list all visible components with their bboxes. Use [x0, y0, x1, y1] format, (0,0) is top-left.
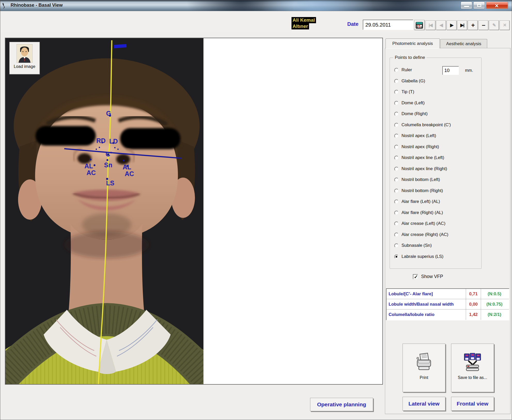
radio-icon	[394, 200, 399, 204]
lateral-view-label: Lateral view	[408, 401, 439, 407]
radio-icon	[394, 178, 399, 182]
nav-first-icon: |◀	[429, 22, 432, 28]
tab-photometric-analysis[interactable]: Photometric analysis	[385, 38, 440, 48]
radio-dome-left[interactable]: Dome (Left)	[394, 100, 425, 106]
radio-alar-crease-left[interactable]: Alar crease (Left) (AC)	[394, 220, 445, 227]
landmark-label-ld: LD	[109, 138, 118, 145]
landmark-label-al-left: AL	[84, 162, 93, 170]
table-row: Columella/lobule ratio 1,42 (N:2/1)	[387, 310, 509, 320]
radio-columella-breakpoint[interactable]: Columella breakpoint (C')	[394, 122, 451, 128]
radio-glabella[interactable]: Glabella (G)	[394, 78, 425, 84]
landmark-label-ls: LS	[106, 179, 114, 187]
nav-delete-button[interactable]: −	[478, 20, 488, 30]
nav-edit-icon: ✎	[492, 22, 495, 28]
frontal-view-label: Frontal view	[457, 401, 489, 407]
close-button[interactable]: ✕	[486, 2, 508, 9]
load-image-label: Load image	[14, 64, 35, 69]
nav-next-icon: ▶	[450, 22, 453, 28]
landmark-label-ac-right: AC	[125, 170, 134, 177]
print-button[interactable]: Print	[403, 344, 445, 392]
rhinobase-window: Rhinobase - Basal View ✕ Ali Kemal Altın…	[0, 0, 512, 420]
basal-photo-illustration: G RD LD C' AL AC Sn AL AC LS	[5, 38, 203, 384]
radio-subnasale[interactable]: Subnasale (Sn)	[394, 242, 432, 249]
lateral-view-button[interactable]: Lateral view	[403, 397, 445, 411]
nav-insert-button[interactable]: +	[468, 20, 478, 30]
maximize-button[interactable]	[473, 2, 485, 9]
nav-cancel-button[interactable]: ✕	[500, 20, 509, 30]
result-value: 0,71	[466, 289, 481, 299]
nav-prior-button[interactable]: ◀	[436, 20, 446, 30]
minimize-button[interactable]	[461, 2, 472, 9]
radio-icon	[394, 112, 399, 116]
nav-first-button[interactable]: |◀	[426, 20, 435, 30]
result-norm: (N:0.5)	[481, 289, 508, 299]
show-vfp-toggle[interactable]: Show VFP	[413, 274, 443, 279]
radio-labrale-superius[interactable]: Labrale superius (LS)	[394, 253, 444, 260]
basal-photo-canvas[interactable]: G RD LD C' AL AC Sn AL AC LS	[5, 38, 203, 384]
landmark-label-ac-left: AC	[86, 169, 96, 176]
result-norm: (N:0.75)	[481, 299, 508, 309]
maximize-icon	[477, 4, 481, 7]
radio-nostril-bottom-left[interactable]: Nostril bottom (Left)	[394, 177, 440, 183]
radio-icon	[394, 68, 399, 72]
tab-photometric-label: Photometric analysis	[392, 41, 433, 46]
nav-prior-icon: ◀	[439, 22, 442, 28]
patient-name: Ali Kemal Altıner	[292, 17, 316, 29]
radio-nostril-apex-right[interactable]: Nostril apex (Right)	[394, 144, 439, 150]
result-value: 1,42	[466, 310, 481, 320]
ruler-unit-label: mm.	[465, 68, 473, 73]
radio-alar-crease-right[interactable]: Alar crease (Right) (AC)	[394, 232, 448, 238]
landmark-label-g: G	[106, 110, 111, 117]
radio-nostril-apex-line-right[interactable]: Nostril apex line (Right)	[394, 166, 447, 172]
radio-alar-flare-left[interactable]: Alar flare (Left) (AL)	[394, 199, 440, 205]
save-to-file-button[interactable]: Save to file as...	[451, 344, 494, 392]
radio-icon	[394, 233, 399, 237]
frontal-view-button[interactable]: Frontal view	[451, 397, 494, 411]
results-table: Lobule/[C'- Alar flare] 0,71 (N:0.5) Lob…	[386, 288, 509, 320]
nav-delete-icon: −	[482, 22, 485, 29]
radio-nostril-apex-line-left[interactable]: Nostril apex line (Left)	[394, 155, 444, 161]
load-image-button[interactable]: Load image	[9, 42, 40, 74]
result-label: Lobule width/Basal nasal width	[387, 299, 466, 309]
radio-icon	[394, 167, 399, 171]
radio-icon-selected	[394, 255, 399, 259]
nav-next-button[interactable]: ▶	[447, 20, 456, 30]
close-icon: ✕	[495, 3, 499, 9]
radio-icon	[394, 79, 399, 83]
result-value: 0,00	[466, 299, 481, 309]
result-norm: (N:2/1)	[481, 310, 508, 320]
radio-icon	[394, 189, 399, 193]
operative-planning-label: Operative planning	[317, 401, 366, 408]
radio-alar-flare-right[interactable]: Alar flare (Right) (AL)	[394, 210, 443, 216]
app-icon	[2, 2, 8, 9]
print-label: Print	[420, 375, 428, 380]
date-label: Date	[347, 21, 358, 27]
eye-censor-left	[35, 126, 96, 146]
tab-aesthetic-analysis[interactable]: Aesthetic analysis	[440, 39, 487, 48]
radio-icon	[394, 145, 399, 149]
calendar-button[interactable]	[414, 20, 424, 30]
printer-icon	[414, 352, 434, 372]
radio-icon	[394, 101, 399, 105]
operative-planning-button[interactable]: Operative planning	[310, 398, 373, 411]
radio-ruler[interactable]: Ruler	[394, 67, 412, 73]
ruler-length-input[interactable]	[442, 66, 459, 75]
radio-icon	[394, 156, 399, 160]
table-row: Lobule/[C'- Alar flare] 0,71 (N:0.5)	[387, 289, 509, 299]
nav-cancel-icon: ✕	[503, 22, 506, 28]
nav-insert-icon: +	[471, 22, 474, 29]
nostril-left	[77, 153, 91, 164]
nav-edit-button[interactable]: ✎	[489, 20, 499, 30]
date-input[interactable]	[363, 20, 413, 30]
radio-nostril-bottom-right[interactable]: Nostril bottom (Right)	[394, 188, 443, 194]
toolbar: Ali Kemal Altıner Date |◀ ◀ ▶ ▶| + − ✎ ✕	[0, 11, 512, 33]
landmark-label-al-right: AL	[123, 163, 131, 171]
radio-dome-right[interactable]: Dome (Right)	[394, 111, 428, 117]
nav-last-button[interactable]: ▶|	[457, 20, 467, 30]
radio-icon	[394, 90, 399, 94]
patient-name-line2: Altıner	[292, 23, 309, 29]
radio-tip[interactable]: Tip (T)	[394, 89, 414, 95]
radio-nostril-apex-left[interactable]: Nostril apex (Left)	[394, 133, 436, 139]
calendar-icon	[415, 20, 424, 30]
table-row: Lobule width/Basal nasal width 0,00 (N:0…	[387, 299, 509, 310]
